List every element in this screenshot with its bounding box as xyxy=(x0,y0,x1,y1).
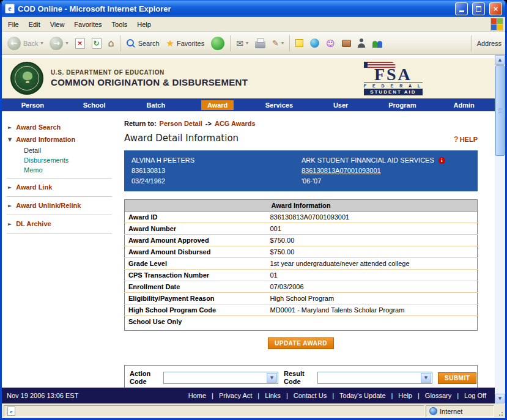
mail-button[interactable]: ✉ ▾ xyxy=(233,37,251,50)
messenger-icon xyxy=(310,39,319,48)
footer-link-help[interactable]: Help xyxy=(398,392,412,399)
row-value: MD0001 - Maryland Talents Scholar Progra… xyxy=(267,304,478,316)
sidebar-item-award-link[interactable]: ► Award Link xyxy=(2,181,118,193)
nav-tab-user[interactable]: User xyxy=(310,98,372,111)
breadcrumb-link-person-detail[interactable]: Person Detail xyxy=(160,120,202,127)
maximize-icon xyxy=(476,6,481,12)
table-row: School Use Only xyxy=(125,316,478,331)
chevron-down-icon: ▼ xyxy=(8,137,12,142)
nav-tab-person[interactable]: Person xyxy=(2,98,64,111)
footer-link-links[interactable]: Links xyxy=(265,392,281,399)
nav-tab-program[interactable]: Program xyxy=(372,98,434,111)
footer-link-log-off[interactable]: Log Off xyxy=(464,392,486,399)
help-link[interactable]: ? HELP xyxy=(454,134,478,144)
sidebar-item-award-search[interactable]: ► Award Search xyxy=(2,121,118,133)
menu-help[interactable]: Help xyxy=(132,18,156,31)
breadcrumb-link-acg-awards[interactable]: ACG Awards xyxy=(215,120,256,127)
action-code-select[interactable]: ▼ xyxy=(163,372,278,384)
nav-tab-admin[interactable]: Admin xyxy=(433,98,495,111)
contact-addon-button[interactable] xyxy=(355,37,368,50)
people-addon-button[interactable] xyxy=(369,37,386,50)
row-label: High School Program Code xyxy=(125,304,267,316)
search-button[interactable]: Search xyxy=(123,37,163,50)
footer-link-home[interactable]: Home xyxy=(188,392,206,399)
result-code-select[interactable]: ▼ xyxy=(317,372,432,384)
scrollbar-track[interactable] xyxy=(495,157,505,394)
student-summary-box: ALVINA H PEETERS 836130813 03/24/1962 AR… xyxy=(124,150,478,191)
resize-grip[interactable] xyxy=(495,405,504,417)
dept-education-seal-icon xyxy=(10,62,43,95)
nav-tab-services[interactable]: Services xyxy=(248,98,310,111)
address-label: Address xyxy=(477,40,501,47)
row-value: 1st year undergraduate/never attended co… xyxy=(267,258,478,270)
row-label: Eligibility/Payment Reason xyxy=(125,293,267,304)
table-header: Award Information xyxy=(125,200,478,212)
browser-viewport: U.S. DEPARTMENT OF EDUCATION COMMON ORIG… xyxy=(2,55,505,403)
nav-tab-award[interactable]: Award xyxy=(187,98,248,111)
forward-button[interactable]: → ▾ xyxy=(46,35,71,52)
smiley-addon-button[interactable]: ☺ xyxy=(323,37,338,50)
scroll-down-button[interactable]: ▼ xyxy=(495,394,505,403)
back-dropdown-icon: ▾ xyxy=(40,40,43,46)
close-button[interactable]: × xyxy=(489,2,502,15)
chevron-right-icon: ► xyxy=(8,221,12,227)
sidebar-subitem-memo[interactable]: Memo xyxy=(2,165,118,175)
agency-name: U.S. DEPARTMENT OF EDUCATION xyxy=(51,69,248,76)
breadcrumb-separator: -> xyxy=(205,120,212,127)
camera-addon-button[interactable] xyxy=(339,38,354,49)
sidebar-item-dl-archive[interactable]: ► DL Archive xyxy=(2,218,118,230)
chevron-right-icon: ► xyxy=(8,185,12,190)
fsa-acronym: FSA xyxy=(374,67,412,83)
scroll-up-button[interactable]: ▲ xyxy=(495,55,505,65)
combo-arrow-icon[interactable]: ▼ xyxy=(421,373,431,383)
vertical-scrollbar[interactable]: ▲ ▼ xyxy=(495,55,505,403)
messenger-addon-button[interactable] xyxy=(307,37,322,50)
sidebar-divider xyxy=(7,196,112,197)
student-name: ALVINA H PEETERS xyxy=(131,155,302,166)
action-code-label: Action Code xyxy=(130,370,158,386)
menu-edit[interactable]: Edit xyxy=(24,18,45,31)
row-label: Award Amount Approved xyxy=(125,235,267,246)
nav-tab-school[interactable]: School xyxy=(64,98,125,111)
submit-button[interactable]: SUBMIT xyxy=(438,372,476,384)
update-award-button[interactable]: UPDATE AWARD xyxy=(268,337,334,349)
menu-view[interactable]: View xyxy=(45,18,70,31)
edit-button[interactable]: ✎ ▾ xyxy=(269,37,287,50)
menu-favorites[interactable]: Favorites xyxy=(69,18,106,31)
table-row: Award Number001 xyxy=(125,223,478,235)
sidebar-divider xyxy=(7,178,112,179)
footer-link-todays-update[interactable]: Today's Update xyxy=(339,392,385,399)
back-button[interactable]: ← Back ▾ xyxy=(4,35,46,52)
menu-file[interactable]: File xyxy=(3,18,24,31)
toolbar-separator xyxy=(120,35,120,51)
footer-link-contact-us[interactable]: Contact Us xyxy=(294,392,327,399)
sidebar-item-award-information[interactable]: ▼ Award Information xyxy=(2,133,118,146)
home-button[interactable]: ⌂ xyxy=(105,35,117,51)
menu-tools[interactable]: Tools xyxy=(107,18,133,31)
title-bar: e COD Online - Microsoft Internet Explor… xyxy=(2,0,505,17)
footer-link-glossary[interactable]: Glossary xyxy=(425,392,451,399)
edit-icon: ✎ xyxy=(272,39,279,48)
favorites-label: Favorites xyxy=(177,40,204,47)
nav-tab-batch[interactable]: Batch xyxy=(125,98,187,111)
favorites-button[interactable]: ★ Favorites xyxy=(163,36,208,51)
ie-page-icon: e xyxy=(5,4,15,13)
sidebar-subitem-detail[interactable]: Detail xyxy=(2,146,118,155)
stop-button[interactable]: × xyxy=(72,36,88,51)
media-icon xyxy=(211,37,224,50)
media-button[interactable] xyxy=(208,35,228,52)
combo-arrow-icon[interactable]: ▼ xyxy=(267,373,277,383)
minimize-button[interactable] xyxy=(455,2,468,15)
maximize-button[interactable] xyxy=(472,2,485,15)
row-value: 836130813A07001093001 xyxy=(267,212,478,223)
info-icon[interactable]: i xyxy=(439,157,445,164)
award-id-link[interactable]: 836130813A07001093001 xyxy=(302,167,381,174)
footer-link-privacy-act[interactable]: Privacy Act xyxy=(219,392,252,399)
refresh-button[interactable]: ↻ xyxy=(89,36,105,51)
sidebar-item-award-unlink-relink[interactable]: ► Award Unlink/Relink xyxy=(2,199,118,212)
scrollbar-thumb[interactable] xyxy=(495,65,505,156)
print-button[interactable] xyxy=(252,37,268,50)
notes-addon-button[interactable] xyxy=(292,37,306,49)
sidebar-subitem-disbursements[interactable]: Disbursements xyxy=(2,155,118,165)
web-page: U.S. DEPARTMENT OF EDUCATION COMMON ORIG… xyxy=(2,55,495,403)
